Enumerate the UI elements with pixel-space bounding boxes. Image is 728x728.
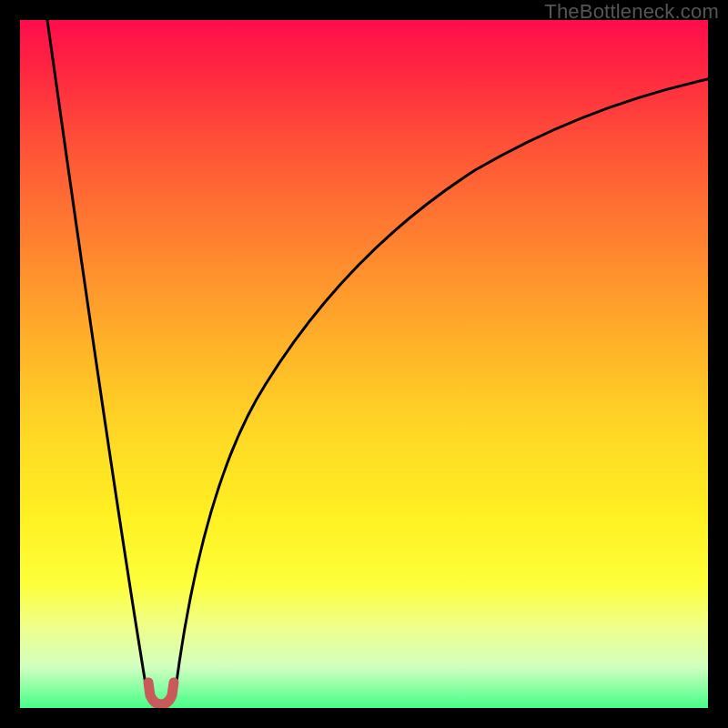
notch-marker — [148, 682, 174, 704]
curve-right-path — [175, 79, 708, 695]
plot-area — [20, 20, 708, 708]
curve-left-path — [47, 20, 147, 695]
outer-frame: TheBottleneck.com — [0, 0, 728, 728]
chart-svg — [20, 20, 708, 708]
